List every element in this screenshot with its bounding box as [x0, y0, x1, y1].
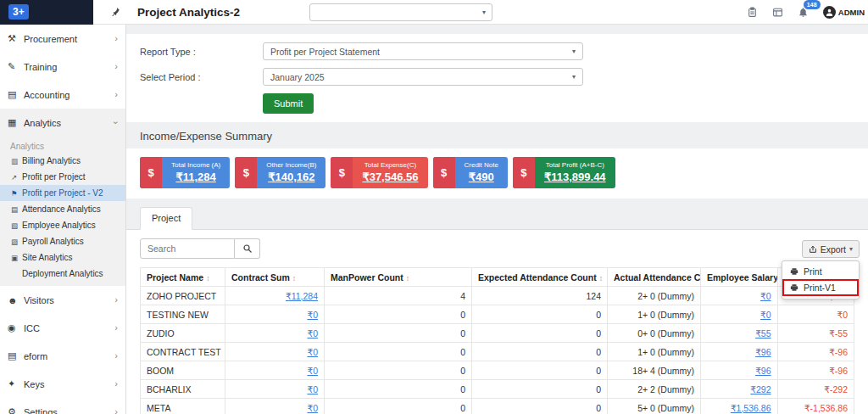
subitem-label: Attendance Analytics [22, 204, 101, 214]
export-menu-item[interactable]: Print-V1 [782, 279, 859, 296]
sidebar-subitem[interactable]: ▣ Site Analytics [0, 249, 125, 266]
column-header[interactable]: Actual Attendance Count↕ [608, 268, 701, 287]
user-menu[interactable]: ADMIN [823, 6, 865, 19]
balance-cell: ₹-55 [777, 324, 854, 343]
sidebar-subitem[interactable]: ▥ Billing Analytics [0, 153, 125, 169]
contract-sum-link[interactable]: ₹0 [307, 328, 318, 338]
summary-card[interactable]: $ Other Income(B) ₹140,162 [235, 157, 326, 188]
column-header[interactable]: ManPower Count↕ [325, 268, 472, 287]
employee-salary-cell: ₹1,536.86 [701, 399, 778, 414]
chevron-right-icon: › [114, 90, 118, 99]
logo-block[interactable]: 3+ [0, 0, 93, 25]
sort-icon[interactable]: ↕ [406, 274, 409, 283]
employee-salary-link[interactable]: ₹55 [755, 328, 771, 338]
table-header-row: Project Name↕ Contract Sum↕ ManPower Cou… [141, 268, 854, 287]
employee-salary-link[interactable]: ₹292 [750, 384, 771, 394]
sort-icon[interactable]: ↕ [292, 274, 296, 283]
table-row[interactable]: BOOM ₹0 0 0 18+ 4 (Dummy) ₹96 ₹-96 [141, 361, 854, 380]
sidebar-item-label: Settings [24, 407, 58, 414]
summary-card[interactable]: $ Total Expense(C) ₹37,546.56 [331, 157, 427, 188]
sidebar-item[interactable]: ▤ eform › [0, 342, 125, 370]
subitem-icon: ▧ [11, 221, 22, 230]
table-row[interactable]: ZUDIO ₹0 0 0 0+ 0 (Dummy) ₹55 ₹-55 [141, 324, 854, 343]
sidebar-item-label: Procurement [24, 34, 77, 44]
search-button[interactable] [235, 238, 260, 259]
subitem-icon: ▤ [11, 205, 22, 214]
summary-card[interactable]: $ Total Income (A) ₹11,284 [140, 157, 230, 188]
table-row[interactable]: ZOHO PROJECT ₹11,284 4 124 2+ 0 (Dummy) … [141, 287, 854, 305]
report-type-value: Profit per Project Statement [270, 47, 380, 57]
subitem-icon: ▨ [11, 238, 22, 246]
column-header[interactable]: Contract Sum↕ [225, 268, 325, 287]
notifications-bell-icon[interactable]: 148 [798, 7, 809, 18]
employee-salary-link[interactable]: ₹1,536.86 [731, 403, 771, 413]
sidebar-top-nav: ⚒ Procurement › ✎ Training › ▤ Accountin… [0, 25, 125, 109]
sidebar-item[interactable]: ☻ Visitors › [0, 286, 125, 314]
employee-salary-link[interactable]: ₹0 [760, 291, 771, 301]
tab-project[interactable]: Project [140, 207, 192, 230]
topbar-actions: 148 ADMIN [747, 6, 868, 19]
employee-salary-link[interactable]: ₹96 [755, 347, 771, 357]
column-header-label: Project Name [147, 272, 203, 283]
manpower-count-cell: 0 [325, 380, 472, 399]
select-period-select[interactable]: January 2025 ▾ [263, 68, 583, 86]
sidebar-item-icon: ✎ [8, 61, 24, 72]
sidebar-item[interactable]: ⚙ Settings › [0, 398, 125, 414]
page-title: Project Analytics-2 [137, 6, 240, 19]
sidebar-item[interactable]: ✎ Training › [0, 53, 125, 81]
sort-icon[interactable]: ↕ [206, 274, 209, 283]
report-type-select[interactable]: Profit per Project Statement ▾ [263, 42, 583, 60]
subitem-label: Site Analytics [22, 253, 72, 262]
sidebar-subitem[interactable]: ▨ Payroll Analytics [0, 233, 125, 249]
tab-bar: Project [126, 207, 868, 229]
sidebar-item[interactable]: ▤ Accounting › [0, 81, 125, 109]
export-menu-item-label: Print-V1 [804, 283, 836, 293]
sidebar-subitem[interactable]: Deployment Analytics [0, 266, 125, 282]
pin-icon[interactable] [110, 7, 120, 17]
sidebar-subitem[interactable]: ⚑ Profit per Project - V2 [0, 185, 125, 201]
contract-sum-link[interactable]: ₹0 [307, 310, 318, 320]
contract-sum-link[interactable]: ₹11,284 [286, 291, 318, 301]
summary-card[interactable]: $ Credit Note ₹490 [433, 157, 508, 188]
sort-icon[interactable]: ↕ [599, 274, 603, 283]
column-header[interactable]: Employee Salary↕ [701, 268, 778, 287]
sidebar-item-label: ICC [24, 323, 40, 333]
search-input[interactable] [140, 238, 235, 259]
sidebar-item-analytics[interactable]: ▦ Analytics › [0, 109, 125, 137]
table-row[interactable]: META ₹0 0 0 5+ 0 (Dummy) ₹1,536.86 ₹-1,5… [141, 399, 854, 414]
sidebar-subitem[interactable]: ▧ Employee Analytics [0, 217, 125, 233]
summary-card-label: Total Profit (A+B-C) [546, 161, 604, 169]
sidebar: ⚒ Procurement › ✎ Training › ▤ Accountin… [0, 25, 126, 414]
chevron-right-icon: › [114, 62, 118, 71]
contract-sum-link[interactable]: ₹0 [307, 384, 318, 394]
employee-salary-link[interactable]: ₹96 [755, 366, 771, 376]
sidebar-subitem[interactable]: ↗ Profit per Project [0, 169, 125, 185]
chevron-right-icon: › [114, 34, 118, 43]
employee-salary-link[interactable]: ₹0 [760, 310, 771, 320]
contract-sum-link[interactable]: ₹0 [307, 403, 318, 413]
sidebar-item-icon: ▤ [8, 350, 24, 361]
table-row[interactable]: BCHARLIX ₹0 0 0 2+ 2 (Dummy) ₹292 ₹-292 [141, 380, 854, 399]
sidebar-item-label: Training [24, 62, 57, 72]
table-row[interactable]: TESTING NEW ₹0 0 0 1+ 0 (Dummy) ₹0 ₹0 [141, 305, 854, 324]
export-button[interactable]: Export ▾ [802, 240, 860, 258]
expected-attendance-cell: 0 [472, 343, 608, 361]
project-name-cell: BOOM [141, 361, 225, 380]
submit-button[interactable]: Submit [263, 93, 314, 114]
column-header[interactable]: Project Name↕ [141, 268, 225, 287]
analytics-icon: ▦ [8, 117, 24, 128]
column-header[interactable]: Expected Attendance Count↕ [472, 268, 608, 287]
contract-sum-link[interactable]: ₹0 [307, 366, 318, 376]
user-label: ADMIN [838, 8, 865, 17]
sidebar-subitem[interactable]: ▤ Attendance Analytics [0, 201, 125, 217]
sidebar-item[interactable]: ⚒ Procurement › [0, 25, 125, 53]
project-select[interactable]: ▾ [309, 3, 492, 21]
summary-card[interactable]: $ Total Profit (A+B-C) ₹113,899.44 [513, 157, 615, 188]
clipboard-icon[interactable] [747, 7, 758, 18]
contract-sum-link[interactable]: ₹0 [307, 347, 318, 357]
sidebar-item[interactable]: ✦ Keys › [0, 370, 125, 398]
export-menu-item[interactable]: Print [782, 264, 859, 279]
sidebar-item[interactable]: ◉ ICC › [0, 314, 125, 342]
panel-icon[interactable] [772, 7, 783, 18]
table-row[interactable]: CONTRACT TEST ₹0 0 0 1+ 0 (Dummy) ₹96 ₹-… [141, 343, 854, 361]
